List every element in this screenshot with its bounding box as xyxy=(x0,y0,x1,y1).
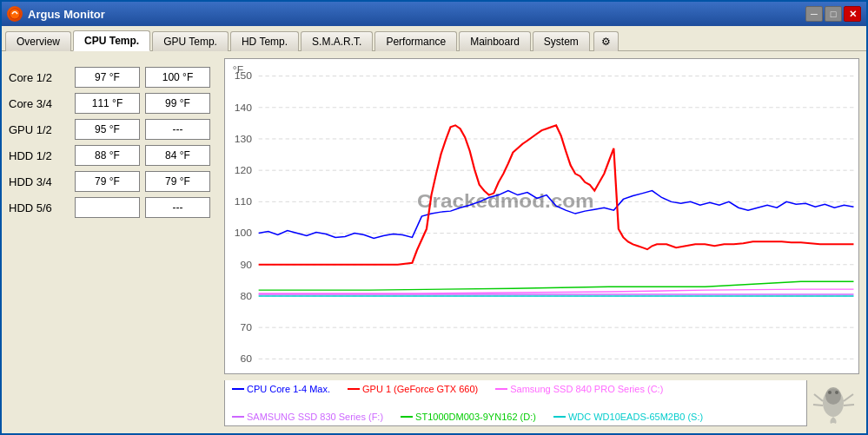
sensor-label-1: Core 3/4 xyxy=(9,97,70,110)
sensor-label-2: GPU 1/2 xyxy=(9,123,70,136)
svg-line-29 xyxy=(814,394,823,401)
svg-text:90: 90 xyxy=(240,260,252,269)
legend-item-cpu: CPU Core 1-4 Max. xyxy=(232,384,330,394)
legend-color-ssd830 xyxy=(232,416,244,418)
legend-item-gpu: GPU 1 (GeForce GTX 660) xyxy=(348,384,478,394)
sensor-val2-1: 99 °F xyxy=(145,93,210,114)
sensor-row-5: HDD 5/6--- xyxy=(9,197,217,218)
svg-text:120: 120 xyxy=(235,166,252,175)
gecko-logo xyxy=(807,374,859,426)
sensor-row-1: Core 3/4111 °F99 °F xyxy=(9,93,217,114)
tab-performance[interactable]: Performance xyxy=(374,31,457,51)
legend-label-cpu: CPU Core 1-4 Max. xyxy=(247,384,330,394)
svg-text:80: 80 xyxy=(240,292,252,301)
app-icon xyxy=(7,6,23,22)
svg-point-26 xyxy=(825,387,841,405)
title-bar: Argus Monitor ─ □ ✕ xyxy=(2,2,866,26)
settings-button[interactable]: ⚙ xyxy=(593,31,619,51)
tab-hd-temp[interactable]: HD Temp. xyxy=(230,31,299,51)
right-panel: 150 140 130 120 110 100 90 80 70 60 °F xyxy=(224,58,859,426)
sensor-row-2: GPU 1/295 °F--- xyxy=(9,119,217,140)
sensor-val2-3: 84 °F xyxy=(145,145,210,166)
main-window: Argus Monitor ─ □ ✕ Overview CPU Temp. G… xyxy=(0,0,868,435)
legend-item-st1000: ST1000DM003-9YN162 (D:) xyxy=(401,412,536,422)
sensor-val2-5: --- xyxy=(145,197,210,218)
sensor-val1-3: 88 °F xyxy=(75,145,140,166)
sensor-val1-5 xyxy=(75,197,140,218)
content-area: Core 1/297 °F100 °FCore 3/4111 °F99 °FGP… xyxy=(2,51,866,433)
legend-color-cpu xyxy=(232,388,244,390)
legend-color-ssd840 xyxy=(495,388,507,390)
legend-color-wdc xyxy=(553,416,566,418)
legend-item-ssd840: Samsung SSD 840 PRO Series (C:) xyxy=(495,384,663,394)
sensor-row-0: Core 1/297 °F100 °F xyxy=(9,67,217,88)
sensor-val1-2: 95 °F xyxy=(75,119,140,140)
legend-label-wdc: WDC WD10EADS-65M2B0 (S:) xyxy=(568,412,703,422)
app-title: Argus Monitor xyxy=(28,8,105,21)
svg-text:70: 70 xyxy=(240,323,252,333)
svg-text:Crackedmod.com: Crackedmod.com xyxy=(417,191,594,212)
sensor-val1-0: 97 °F xyxy=(75,67,140,88)
sensor-label-3: HDD 1/2 xyxy=(9,149,70,162)
svg-point-28 xyxy=(835,391,838,394)
sensor-val1-1: 111 °F xyxy=(75,93,140,114)
legend-color-gpu xyxy=(348,388,360,390)
tab-cpu-temp[interactable]: CPU Temp. xyxy=(73,30,150,51)
sensor-val2-4: 79 °F xyxy=(145,171,210,192)
svg-text:140: 140 xyxy=(235,102,252,112)
svg-text:°F: °F xyxy=(233,64,243,74)
sensor-val2-2: --- xyxy=(145,119,210,140)
legend-label-ssd830: SAMSUNG SSD 830 Series (F:) xyxy=(247,412,383,422)
svg-text:100: 100 xyxy=(235,228,252,238)
svg-text:60: 60 xyxy=(240,354,252,364)
bottom-area: CPU Core 1-4 Max. GPU 1 (GeForce GTX 660… xyxy=(224,374,859,426)
sensor-row-4: HDD 3/479 °F79 °F xyxy=(9,171,217,192)
sensor-row-3: HDD 1/288 °F84 °F xyxy=(9,145,217,166)
maximize-button[interactable]: □ xyxy=(825,6,842,22)
legend-label-gpu: GPU 1 (GeForce GTX 660) xyxy=(362,384,478,394)
legend-item-ssd830: SAMSUNG SSD 830 Series (F:) xyxy=(232,412,383,422)
close-button[interactable]: ✕ xyxy=(844,6,861,22)
svg-text:110: 110 xyxy=(235,197,252,207)
legend-label-ssd840: Samsung SSD 840 PRO Series (C:) xyxy=(510,384,663,394)
gear-icon: ⚙ xyxy=(601,36,611,48)
sensor-val2-0: 100 °F xyxy=(145,67,210,88)
title-bar-left: Argus Monitor xyxy=(7,6,105,22)
sensor-label-5: HDD 5/6 xyxy=(9,201,70,214)
legend-color-st1000 xyxy=(401,416,413,418)
tab-system[interactable]: System xyxy=(533,31,590,51)
chart-container: 150 140 130 120 110 100 90 80 70 60 °F xyxy=(224,58,859,374)
sensor-label-4: HDD 3/4 xyxy=(9,175,70,188)
svg-point-0 xyxy=(10,9,20,19)
tab-overview[interactable]: Overview xyxy=(5,31,71,51)
svg-line-30 xyxy=(813,405,823,405)
tab-smart[interactable]: S.M.A.R.T. xyxy=(301,31,373,51)
minimize-button[interactable]: ─ xyxy=(805,6,823,22)
legend-area: CPU Core 1-4 Max. GPU 1 (GeForce GTX 660… xyxy=(224,380,807,426)
legend-item-wdc: WDC WD10EADS-65M2B0 (S:) xyxy=(553,412,703,422)
tab-gpu-temp[interactable]: GPU Temp. xyxy=(152,31,229,51)
sensor-val1-4: 79 °F xyxy=(75,171,140,192)
svg-line-32 xyxy=(844,405,854,405)
legend-label-st1000: ST1000DM003-9YN162 (D:) xyxy=(415,412,536,422)
svg-text:130: 130 xyxy=(235,135,252,144)
title-controls: ─ □ ✕ xyxy=(805,6,861,22)
svg-point-27 xyxy=(828,391,832,394)
nav-bar: Overview CPU Temp. GPU Temp. HD Temp. S.… xyxy=(2,26,866,51)
tab-mainboard[interactable]: Mainboard xyxy=(459,31,531,51)
left-panel: Core 1/297 °F100 °FCore 3/4111 °F99 °FGP… xyxy=(9,58,217,426)
svg-line-31 xyxy=(844,394,853,401)
sensor-label-0: Core 1/2 xyxy=(9,71,70,84)
